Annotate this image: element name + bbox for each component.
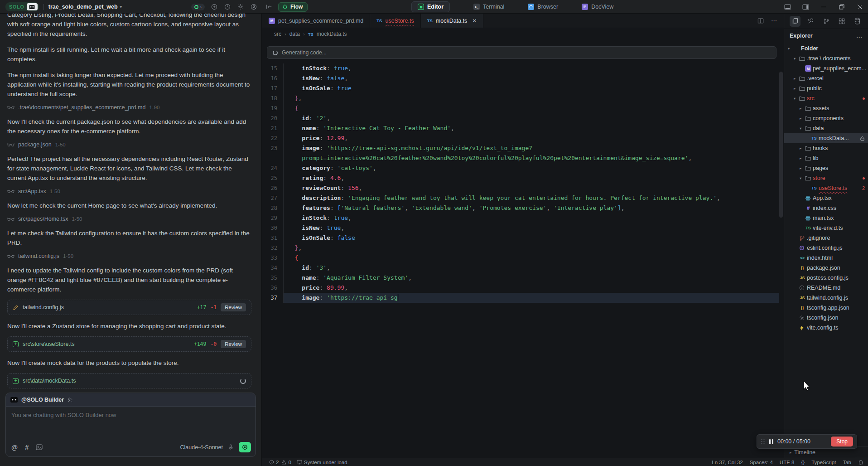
editor-tab-useStore.ts[interactable]: TSuseStore.ts — [370, 14, 420, 28]
editor-scrollbar[interactable] — [779, 72, 783, 218]
file-reference-chip[interactable]: .trae\documents\pet_supplies_ecommerce_p… — [7, 104, 251, 111]
project-switcher[interactable]: trae_solo_demo_pet_web ▾ — [48, 4, 122, 10]
file-reference-chip[interactable]: src\pages\Home.tsx1-50 — [7, 216, 251, 222]
tree-item-vite-env.d.ts[interactable]: TSvite-env.d.ts — [784, 223, 868, 233]
language-mode[interactable]: TypeScript — [811, 460, 836, 465]
breadcrumb-src[interactable]: src — [274, 31, 281, 37]
code-line-27[interactable]: 27 description: 'Engaging feather wand t… — [262, 193, 779, 203]
tab-indicator[interactable]: Tab — [843, 460, 851, 465]
code-line-36[interactable]: 36 price: 89.99, — [262, 283, 779, 293]
tree-item-eslint.config.js[interactable]: eslint.config.js — [784, 243, 868, 253]
code-line-15[interactable]: 15 inStock: true, — [262, 63, 779, 73]
view-tab-browser[interactable]: Browser — [528, 4, 558, 10]
indentation-setting[interactable]: Spaces: 4 — [750, 460, 773, 465]
file-edit-card[interactable]: +src\store\useStore.ts+149-0Review — [7, 336, 251, 352]
tree-item-folder[interactable]: ▾Folder — [784, 44, 868, 53]
close-window-icon[interactable] — [856, 3, 863, 10]
tree-item-tailwind.config.js[interactable]: JStailwind.config.js — [784, 293, 868, 303]
chat-input[interactable]: You are chatting with SOLO Builder now — [6, 407, 256, 423]
tree-item-index.html[interactable]: <>index.html — [784, 253, 868, 263]
code-line-24[interactable]: 24 category: 'cat-toys', — [262, 163, 779, 173]
view-tab-docview[interactable]: DocView — [582, 4, 613, 10]
tree-item-src[interactable]: ▾src — [784, 93, 868, 103]
mic-icon[interactable] — [228, 444, 233, 451]
tree-item-.vercel[interactable]: ▸.vercel — [784, 73, 868, 83]
search-icon[interactable] — [805, 16, 816, 27]
code-line-20[interactable]: 20 id: '2', — [262, 113, 779, 123]
code-line-30[interactable]: 30 isNew: true, — [262, 223, 779, 233]
code-line-29[interactable]: 29 inStock: true, — [262, 213, 779, 223]
tree-item-pages[interactable]: ▸pages — [784, 163, 868, 173]
tools-icon[interactable] — [68, 397, 73, 403]
account-icon[interactable] — [250, 3, 257, 10]
voice-stop-button[interactable] — [239, 442, 251, 452]
tree-item-app.tsx[interactable]: App.tsx — [784, 193, 868, 203]
file-reference-chip[interactable]: src\App.tsx1-50 — [7, 188, 251, 194]
tree-item-assets[interactable]: ▸assets — [784, 103, 868, 113]
database-icon[interactable] — [852, 16, 863, 27]
explorer-files-icon[interactable] — [790, 16, 800, 27]
tree-item-vite.config.ts[interactable]: vite.config.ts — [784, 323, 868, 333]
tree-item-components[interactable]: ▸components — [784, 113, 868, 123]
code-line-16[interactable]: 16 isNew: false, — [262, 73, 779, 83]
review-button[interactable]: Review — [221, 303, 246, 311]
solo-mode-toggle[interactable]: SOLO — [5, 2, 39, 11]
code-line-21[interactable]: 21 name: 'Interactive Cat Toy - Feather … — [262, 123, 779, 133]
pause-icon[interactable] — [769, 439, 773, 444]
tree-item-tsconfig.json[interactable]: tsconfig.json — [784, 313, 868, 323]
code-line-33[interactable]: 33 { — [262, 253, 779, 263]
drag-handle-icon[interactable] — [761, 439, 765, 444]
review-button[interactable]: Review — [221, 340, 246, 348]
code-line-28[interactable]: 28 features: ['Natural feathers', 'Exten… — [262, 203, 779, 213]
tree-item-hooks[interactable]: ▸hooks — [784, 143, 868, 153]
tree-item-usestore.ts[interactable]: TSuseStore.ts2 — [784, 183, 868, 193]
cursor-position[interactable]: Ln 37, Col 32 — [712, 460, 743, 465]
tree-item-tsconfig.app.json[interactable]: {}tsconfig.app.json — [784, 303, 868, 313]
code-line-26[interactable]: 26 reviewCount: 156, — [262, 183, 779, 193]
tree-item-index.css[interactable]: #index.css — [784, 203, 868, 213]
code-line-25[interactable]: 25 rating: 4.6, — [262, 173, 779, 183]
usage-indicator[interactable]: › — [191, 4, 205, 10]
code-line-34[interactable]: 34 id: '3', — [262, 263, 779, 273]
editor-tab-pet_supplies_ecommerce_prd.md[interactable]: Mpet_supplies_ecommerce_prd.md — [262, 14, 370, 28]
extensions-icon[interactable] — [836, 16, 847, 27]
tree-item-main.tsx[interactable]: main.tsx — [784, 213, 868, 223]
explorer-more-icon[interactable]: ... — [857, 33, 863, 39]
mention-icon[interactable]: @ — [11, 444, 18, 451]
tree-item-package.json[interactable]: {}package.json — [784, 263, 868, 273]
view-tab-editor[interactable]: Editor — [411, 1, 450, 12]
tree-item-.trae-documents[interactable]: ▾.trae \ documents — [784, 53, 868, 63]
tree-item-pet-supplies-ecom...[interactable]: Mpet_supplies_ecom... — [784, 63, 868, 73]
tree-item-mockdata...[interactable]: TSmockData... — [784, 133, 868, 143]
attach-image-icon[interactable] — [36, 444, 43, 450]
file-edit-card[interactable]: tailwind.config.js+17-1Review — [7, 300, 251, 315]
tree-item-lib[interactable]: ▸lib — [784, 153, 868, 163]
code-line-17[interactable]: 17 isOnSale: true — [262, 83, 779, 93]
file-edit-card[interactable]: +src\data\mockData.ts — [7, 373, 251, 388]
code-line-22[interactable]: 22 price: 12.99, — [262, 133, 779, 143]
code-line-31[interactable]: 31 isOnSale: false — [262, 233, 779, 243]
new-chat-icon[interactable] — [211, 3, 218, 10]
close-icon[interactable]: ✕ — [472, 18, 477, 24]
view-tab-terminal[interactable]: >_Terminal — [473, 4, 504, 10]
code-line-35[interactable]: 35 name: 'Aquarium Filter System', — [262, 273, 779, 283]
breadcrumb-file[interactable]: mockData.ts — [317, 31, 347, 37]
model-selector[interactable]: Claude-4-Sonnet — [180, 444, 223, 451]
context-hash-icon[interactable]: # — [25, 444, 29, 451]
file-reference-chip[interactable]: package.json1-50 — [7, 141, 251, 148]
more-actions-icon[interactable]: ⋯ — [771, 17, 777, 24]
problems-errors[interactable]: 2 — [269, 460, 279, 465]
collapse-sidebar-icon[interactable] — [265, 3, 273, 10]
tree-item-store[interactable]: ▾store — [784, 173, 868, 183]
stop-button[interactable]: Stop — [831, 437, 853, 447]
tree-item-data[interactable]: ▾data — [784, 123, 868, 133]
toggle-panel-icon[interactable] — [784, 3, 791, 10]
minimize-icon[interactable] — [820, 3, 827, 10]
code-line-18[interactable]: 18 }, — [262, 93, 779, 103]
tree-item-.gitignore[interactable]: .gitignore — [784, 233, 868, 243]
code-line-32[interactable]: 32 }, — [262, 243, 779, 253]
braces-indicator[interactable]: {} — [801, 460, 805, 465]
code-line-37[interactable]: 37 image: 'https://trae-api-sg — [262, 293, 779, 303]
code-line-23[interactable]: 23 image: 'https://trae-api-sg.mchost.gu… — [262, 143, 779, 163]
problems-warnings[interactable]: 0 — [281, 460, 291, 465]
